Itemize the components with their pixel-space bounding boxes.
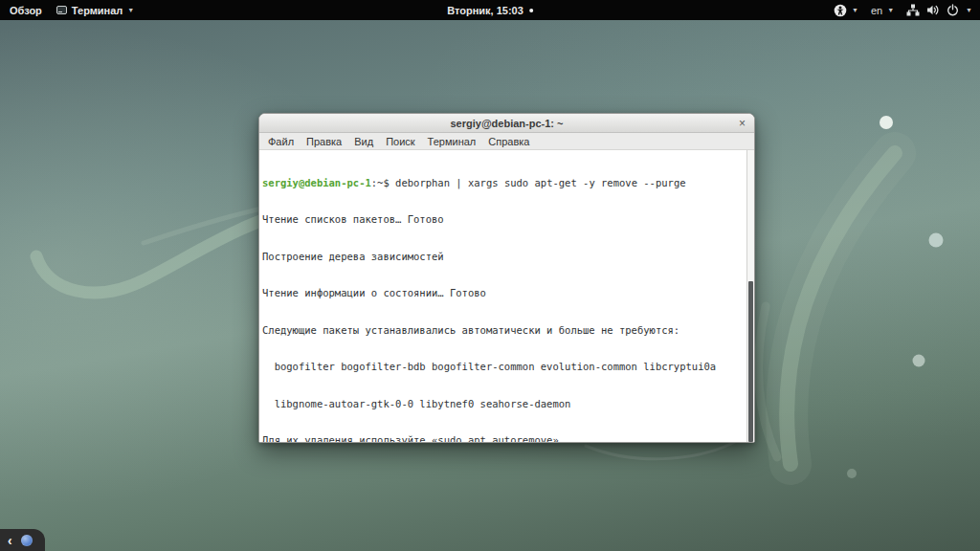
accessibility-icon [834,4,847,17]
menu-terminal[interactable]: Терминал [428,136,477,147]
volume-icon [926,4,940,16]
terminal-line: libgnome-autoar-gtk-0-0 libytnef0 seahor… [262,398,746,410]
terminal-line: Чтение списков пакетов… Готово [262,213,746,226]
window-titlebar[interactable]: sergiy@debian-pc-1: ~ × [259,114,754,133]
wallpaper-arc-below-window [586,441,737,459]
terminal-line: Для их удаления используйте «sudo apt au… [262,434,746,442]
terminal-line: Чтение информации о состоянии… Готово [262,287,746,299]
close-button[interactable]: × [736,114,748,133]
keyboard-layout-menu[interactable]: en ▼ [871,5,894,16]
clock-button[interactable]: Вторник, 15:03 [447,0,533,20]
wallpaper-bubble-2 [929,233,944,248]
app-menu-label: Терминал [72,5,123,16]
chevron-down-icon: ▼ [887,7,894,13]
menu-search[interactable]: Поиск [386,136,414,147]
terminal-line: Следующие пакеты устанавливались автомат… [262,324,746,337]
accessibility-menu[interactable]: ▼ [834,4,858,17]
activities-label: Обзор [10,5,42,16]
chevron-down-icon: ▼ [966,7,972,13]
scrollbar-thumb[interactable] [748,281,753,442]
tray-app-icon[interactable] [21,535,33,546]
chevron-left-icon[interactable]: ‹ [8,534,12,547]
message-tray[interactable]: ‹ [0,529,45,551]
prompt-suffix: :~$ [371,177,395,188]
keyboard-layout-label: en [871,5,882,16]
chevron-down-icon: ▼ [852,7,858,13]
wallpaper-arc-right [787,153,895,464]
chevron-down-icon: ▼ [127,7,134,13]
system-status-menu[interactable]: ▼ [906,4,972,16]
app-menu-terminal[interactable]: Терминал ▼ [56,5,134,16]
terminal-content[interactable]: sergiy@debian-pc-1:~$ deborphan | xargs … [259,150,754,442]
terminal-line: bogofilter bogofilter-bdb bogofilter-com… [262,361,746,373]
window-title: sergiy@debian-pc-1: ~ [450,118,563,129]
menu-file[interactable]: Файл [268,136,294,147]
wallpaper-bubble-3 [913,355,925,367]
wired-network-icon [906,4,920,16]
top-bar: Обзор Терминал ▼ Вторник, 15:03 ▼ en ▼ [0,0,980,20]
wallpaper-bubble-4 [847,469,857,478]
menu-view[interactable]: Вид [354,136,373,147]
window-menubar: Файл Правка Вид Поиск Терминал Справка [259,133,754,150]
wallpaper-arc-right-glow [787,153,895,464]
terminal-window: sergiy@debian-pc-1: ~ × Файл Правка Вид … [258,113,755,443]
command-text: deborphan | xargs sudo apt-get -y remove… [395,177,685,188]
notification-dot-icon [529,9,533,12]
prompt-user: sergiy@debian-pc-1 [262,177,371,188]
menu-edit[interactable]: Правка [306,136,342,147]
terminal-scrollbar[interactable] [746,150,754,442]
power-icon [947,4,959,16]
menu-help[interactable]: Справка [488,136,529,147]
terminal-line: Построение дерева зависимостей [262,251,746,263]
wallpaper-arc-right-inner [759,306,777,457]
terminal-prompt-line: sergiy@debian-pc-1:~$ deborphan | xargs … [262,177,746,189]
terminal-app-icon [56,6,67,14]
clock-label: Вторник, 15:03 [447,5,523,16]
wallpaper-bubble-1 [880,116,893,129]
activities-button[interactable]: Обзор [10,5,42,16]
